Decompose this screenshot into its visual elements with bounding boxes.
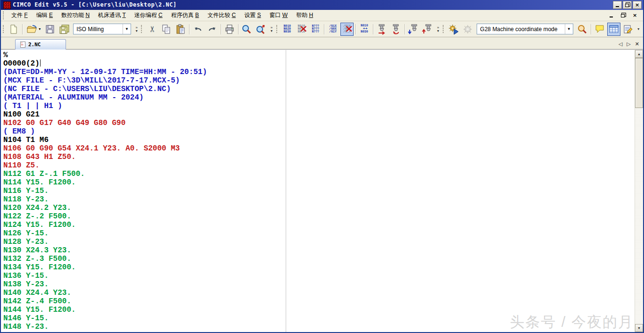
code-line[interactable]: N104 T1 M6 — [3, 136, 634, 144]
close-button[interactable]: × — [633, 1, 642, 9]
code-line[interactable]: (MCX FILE - F:\3D\MILL\2017-7-17.MCX-5) — [3, 76, 634, 85]
toolbar-overflow-button[interactable]: »▾ — [269, 23, 274, 35]
code-line[interactable]: % — [3, 51, 634, 59]
find-button[interactable] — [240, 23, 253, 36]
code-line[interactable]: N130 X24.3 Y23. — [3, 246, 634, 255]
renumber-button[interactable]: N010N020N030 — [281, 23, 294, 36]
find-next-button[interactable] — [254, 23, 267, 36]
toolbar-grip[interactable] — [141, 25, 143, 33]
copy-button[interactable] — [160, 23, 173, 36]
redo-button[interactable] — [206, 23, 219, 36]
toolbar-overflow-button[interactable]: ▾ — [636, 23, 641, 35]
find-macro-button[interactable] — [576, 23, 589, 36]
code-line[interactable]: N136 Y-15. — [3, 272, 634, 280]
code-line[interactable]: ( EM8 ) — [3, 127, 634, 136]
code-line[interactable]: N108 G43 H1 Z50. — [3, 153, 634, 161]
print-button[interactable] — [223, 23, 236, 36]
code-line[interactable]: N116 Y-15. — [3, 187, 634, 195]
save-icon — [45, 24, 55, 34]
remove-block-skip-button[interactable]: /G1X/G0X/G1Y× — [340, 23, 354, 36]
menu-file-compare[interactable]: 文件比较 C — [203, 10, 240, 20]
code-line[interactable]: N126 Y-15. — [3, 229, 634, 238]
macro-edit-button[interactable] — [461, 23, 474, 36]
mdi-restore-button[interactable] — [619, 11, 627, 19]
code-line[interactable]: N112 G1 Z-.1 F500. — [3, 170, 634, 178]
code-line[interactable]: N134 Y15. F1200. — [3, 263, 634, 272]
code-line[interactable]: O0000(2) — [3, 59, 634, 68]
macro-combobox[interactable]: G28 Machine coordinate mode ▼ — [477, 24, 573, 34]
save-button[interactable] — [43, 23, 57, 36]
toolbar-grip[interactable] — [443, 25, 445, 33]
renumber-unknown-button[interactable]: N???N???N??? — [309, 23, 322, 36]
code-line[interactable]: N122 Z-.2 F500. — [3, 212, 634, 221]
chevron-down-icon[interactable]: ▼ — [565, 24, 573, 34]
code-line[interactable]: ( T1 | | H1 ) — [3, 102, 634, 110]
insert-block-skip-button[interactable]: /G1X/G0X/G1Y — [326, 23, 339, 36]
toolbar-grip[interactable] — [3, 25, 5, 33]
paste-button[interactable] — [174, 23, 187, 36]
code-line[interactable]: N120 X24.2 Y23. — [3, 204, 634, 212]
mdi-minimize-button[interactable] — [607, 11, 616, 19]
tab-prev-icon[interactable]: ◁ — [619, 41, 622, 47]
comment-button[interactable] — [593, 23, 606, 36]
code-line[interactable]: N132 Z-.3 F500. — [3, 255, 634, 263]
paste-icon — [175, 24, 186, 34]
code-line[interactable]: N138 Y-23. — [3, 280, 634, 289]
menu-macro[interactable]: 迷你编程 C — [130, 10, 167, 20]
code-line[interactable]: N114 Y15. F1200. — [3, 178, 634, 187]
undo-button[interactable] — [191, 23, 205, 36]
menu-help[interactable]: 帮助 H — [292, 10, 317, 20]
file-type-combobox[interactable]: ISO Milling ▼ — [73, 24, 131, 34]
new-file-button[interactable] — [7, 23, 20, 36]
menu-backplot[interactable]: 程序仿真 B — [167, 10, 203, 20]
menu-file[interactable]: 文件 F — [7, 10, 32, 20]
code-line[interactable]: N142 Z-.4 F500. — [3, 297, 634, 306]
menu-transmission[interactable]: 机床通讯 T — [94, 10, 130, 20]
toolbar-grip[interactable] — [276, 25, 278, 33]
code-line[interactable]: N102 G0 G17 G40 G49 G80 G90 — [3, 119, 634, 127]
receive-file-button[interactable] — [389, 23, 403, 36]
editor-view-button[interactable] — [607, 23, 620, 36]
tool-down-button[interactable] — [406, 23, 420, 36]
code-line[interactable]: N140 X24.4 Y23. — [3, 289, 634, 297]
save-all-button[interactable] — [58, 23, 71, 36]
code-line[interactable]: N106 G0 G90 G54 X24.1 Y23. A0. S2000 M3 — [3, 144, 634, 153]
scrollbar-thumb[interactable] — [635, 58, 643, 108]
toolbar-overflow-button[interactable]: »▾ — [134, 23, 139, 35]
send-file-button[interactable] — [375, 23, 388, 36]
menu-edit[interactable]: 编辑 E — [32, 10, 57, 20]
file-properties-button[interactable] — [621, 23, 635, 36]
editor-lines[interactable]: %O0000(2)(DATE=DD-MM-YY - 12-09-17 TIME=… — [3, 51, 634, 332]
tab-next-icon[interactable]: ▷ — [627, 41, 630, 47]
open-file-button[interactable]: ▾ — [25, 23, 42, 36]
toolbar-overflow-button[interactable]: »▾ — [435, 23, 440, 35]
code-line[interactable]: N110 Z5. — [3, 161, 634, 170]
cut-button[interactable]: ✂ — [146, 23, 159, 36]
code-line[interactable]: N100 G21 — [3, 110, 634, 119]
scroll-up-button[interactable]: ▲ — [635, 50, 643, 58]
minimize-button[interactable] — [613, 1, 622, 9]
mdi-close-button[interactable]: × — [630, 11, 639, 19]
code-line[interactable]: N118 Y-23. — [3, 195, 634, 204]
restore-button[interactable] — [623, 1, 632, 9]
vertical-scrollbar[interactable]: ▲ ▼ — [635, 50, 643, 332]
menu-grip[interactable] — [3, 11, 5, 19]
code-editor[interactable]: %O0000(2)(DATE=DD-MM-YY - 12-09-17 TIME=… — [1, 50, 643, 332]
tab-2nc[interactable]: % G1 2.NC — [15, 39, 66, 50]
tool-arrow-down-icon — [407, 24, 419, 35]
menu-nc-functions[interactable]: 数控功能 N — [57, 10, 94, 20]
menu-settings[interactable]: 设置 S — [240, 10, 265, 20]
code-line[interactable]: (NC FILE - C:\USERS\LIU\DESKTOP\2.NC) — [3, 85, 634, 93]
tab-close-icon[interactable]: ✕ — [635, 41, 639, 47]
menu-window[interactable]: 窗口 W — [265, 10, 292, 20]
code-line[interactable]: N128 Y-23. — [3, 238, 634, 246]
macro-run-button[interactable] — [447, 23, 460, 36]
code-line[interactable]: (DATE=DD-MM-YY - 12-09-17 TIME=HH:MM - 2… — [3, 68, 634, 76]
code-line[interactable]: N124 Y15. F1200. — [3, 221, 634, 229]
tool-up-button[interactable] — [421, 23, 434, 36]
scroll-down-button[interactable]: ▼ — [635, 324, 643, 332]
code-line[interactable]: (MATERIAL - ALUMINUM MM - 2024) — [3, 93, 634, 102]
chevron-down-icon[interactable]: ▼ — [123, 24, 131, 34]
remove-line-numbers-button[interactable]: N010N020N030× — [295, 23, 308, 36]
insert-blank-lines-button[interactable]: N010 ++N030 — [358, 23, 371, 36]
